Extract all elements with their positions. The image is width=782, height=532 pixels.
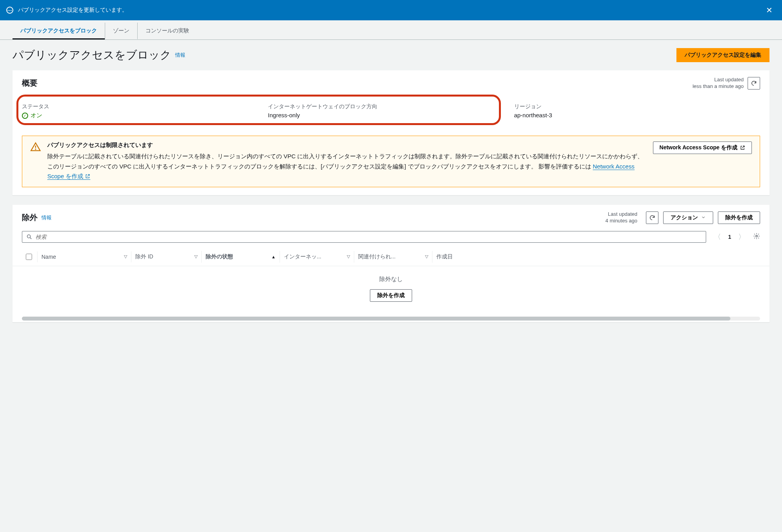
warning-icon <box>30 142 41 154</box>
summary-panel: 概要 Last updated less than a minute ago ス… <box>13 70 769 195</box>
check-icon: ✓ <box>22 113 28 119</box>
next-page-button[interactable]: 〉 <box>737 231 747 243</box>
exclusions-panel: 除外 情報 Last updated 4 minutes ago アクション 除… <box>13 205 769 322</box>
direction-label: インターネットゲートウェイのブロック方向 <box>268 103 514 110</box>
refresh-button[interactable] <box>748 77 760 90</box>
empty-state: 除外なし 除外を作成 <box>13 266 769 315</box>
search-input[interactable] <box>36 234 702 240</box>
svg-point-4 <box>756 235 758 237</box>
loading-icon <box>6 7 13 14</box>
close-icon[interactable]: ✕ <box>763 4 776 16</box>
edit-settings-button[interactable]: パブリックアクセス設定を編集 <box>676 48 769 62</box>
create-exclusion-button[interactable]: 除外を作成 <box>718 211 760 224</box>
column-exclusion-id[interactable]: 除外 ID▽ <box>131 251 202 263</box>
flash-banner: パブリックアクセス設定を更新しています。 ✕ <box>0 0 782 20</box>
region-value: ap-northeast-3 <box>514 112 760 118</box>
column-created-date[interactable]: 作成日 <box>432 251 760 263</box>
empty-text: 除外なし <box>13 276 769 283</box>
exclusions-last-updated: Last updated 4 minutes ago <box>605 211 637 224</box>
svg-line-3 <box>30 238 31 239</box>
status-value: ✓ オン <box>22 112 42 119</box>
summary-title: 概要 <box>22 78 38 88</box>
direction-value: Ingress-only <box>268 112 514 118</box>
column-exclusion-state[interactable]: 除外の状態▲ <box>202 251 280 263</box>
search-icon <box>26 234 32 240</box>
tab-block-public-access[interactable]: パブリックアクセスをブロック <box>13 23 105 39</box>
empty-create-exclusion-button[interactable]: 除外を作成 <box>370 289 412 302</box>
column-name[interactable]: Name▽ <box>38 251 131 262</box>
column-associated[interactable]: 関連付けられ...▽ <box>354 251 432 263</box>
column-internet-gateway[interactable]: インターネッ...▽ <box>280 251 354 263</box>
alert-text: 除外テーブルに記載されている関連付けられたリソースを除き、リージョン内のすべての… <box>47 151 647 181</box>
external-link-icon <box>85 171 90 181</box>
prev-page-button[interactable]: 〈 <box>712 231 723 243</box>
exclusions-info-link[interactable]: 情報 <box>41 214 52 221</box>
svg-point-1 <box>35 149 36 150</box>
summary-last-updated: Last updated less than a minute ago <box>692 77 744 90</box>
warning-alert: パブリックアクセスは制限されています 除外テーブルに記載されている関連付けられた… <box>22 136 760 187</box>
pagination: 〈 1 〉 <box>712 231 747 243</box>
status-label: ステータス <box>22 103 268 110</box>
search-box[interactable] <box>22 231 706 243</box>
chevron-down-icon <box>701 215 706 221</box>
table-header: Name▽ 除外 ID▽ 除外の状態▲ インターネッ...▽ 関連付けられ...… <box>13 248 769 266</box>
alert-title: パブリックアクセスは制限されています <box>47 142 647 149</box>
refresh-icon <box>751 80 757 86</box>
external-link-icon <box>740 145 745 151</box>
exclusions-refresh-button[interactable] <box>646 211 658 224</box>
region-label: リージョン <box>514 103 760 110</box>
tab-console-experiments[interactable]: コンソールの実験 <box>137 23 197 39</box>
summary-definitions: ステータス ✓ オン インターネットゲートウェイのブロック方向 Ingress-… <box>13 96 769 136</box>
tab-zones[interactable]: ゾーン <box>105 23 137 39</box>
page-header: パブリックアクセスをブロック 情報 パブリックアクセス設定を編集 <box>0 40 782 70</box>
info-link[interactable]: 情報 <box>175 52 185 59</box>
actions-dropdown[interactable]: アクション <box>663 211 713 224</box>
horizontal-scrollbar[interactable] <box>22 317 760 321</box>
svg-point-2 <box>27 235 30 238</box>
page-number: 1 <box>728 234 731 240</box>
exclusions-title: 除外 <box>22 212 38 223</box>
settings-button[interactable] <box>753 233 760 241</box>
flash-message: パブリックアクセス設定を更新しています。 <box>18 7 127 14</box>
refresh-icon <box>649 215 655 221</box>
select-all-checkbox[interactable] <box>26 254 32 260</box>
create-network-access-scope-button[interactable]: Network Access Scope を作成 <box>653 142 752 154</box>
tab-bar: パブリックアクセスをブロック ゾーン コンソールの実験 <box>0 20 782 40</box>
page-title: パブリックアクセスをブロック <box>13 48 171 63</box>
gear-icon <box>753 233 760 240</box>
